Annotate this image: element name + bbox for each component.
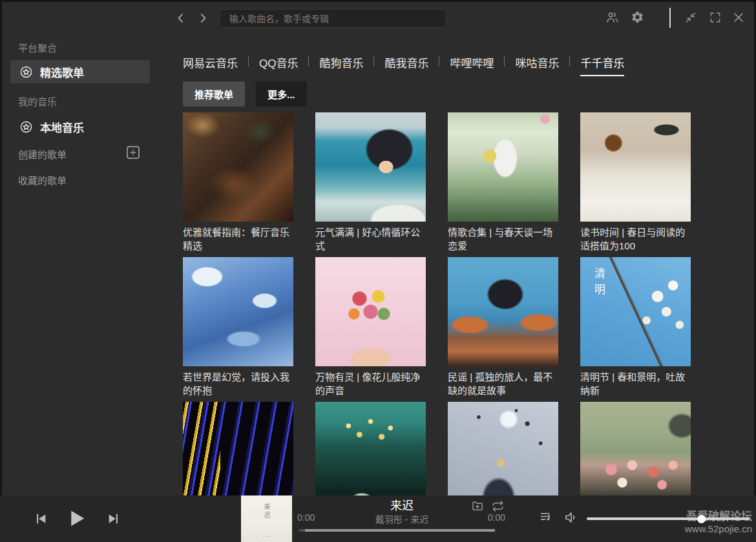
album-cover-dots: ··· xyxy=(262,533,271,539)
back-button[interactable] xyxy=(174,12,187,25)
volume-slider-knob[interactable] xyxy=(697,515,706,523)
plus-icon xyxy=(129,149,137,156)
topbar-divider xyxy=(669,8,671,28)
sidebar-section-platform: 平台聚合 xyxy=(18,41,57,54)
fullscreen-icon xyxy=(709,11,722,24)
recommended-playlists-button[interactable]: 推荐歌单 xyxy=(183,81,245,107)
playlist-card[interactable]: 读书时间 | 春日与阅读的适搭值为100 xyxy=(580,112,691,253)
playlist-cover-image[interactable] xyxy=(315,112,426,222)
playlist-card[interactable]: 优雅就餐指南：餐厅音乐精选 xyxy=(183,112,293,253)
add-to-folder-button[interactable] xyxy=(471,499,484,512)
sidebar-item-local-music[interactable]: 本地音乐 xyxy=(10,115,150,138)
sidebar-item-favorited-playlists[interactable]: 收藏的歌单 xyxy=(18,173,67,187)
tab-netease-music[interactable]: 网易云音乐 xyxy=(183,54,238,76)
add-playlist-button[interactable] xyxy=(127,146,140,159)
star-badge-icon xyxy=(19,120,33,134)
playlist-cover-image[interactable] xyxy=(448,402,558,495)
playlist-card[interactable]: 民谣 | 孤独的旅人，最不缺的就是故事 xyxy=(448,257,558,398)
playlist-cover-image[interactable] xyxy=(183,402,293,495)
playlist-cover-image[interactable] xyxy=(183,112,293,222)
song-title: 来迟 xyxy=(323,499,481,513)
album-cover-text: 来迟 xyxy=(262,503,271,520)
search-input[interactable] xyxy=(220,10,446,27)
playlist-cover-image[interactable] xyxy=(315,257,426,366)
close-button[interactable] xyxy=(732,11,746,25)
tab-kuwo-music[interactable]: 酷我音乐 xyxy=(384,54,428,76)
filter-row: 推荐歌单 更多... xyxy=(183,81,307,107)
playlist-cover-image[interactable] xyxy=(183,257,293,366)
search-box xyxy=(220,9,446,28)
playlist-grid: 优雅就餐指南：餐厅音乐精选 元气满满 | 好心情循环公式 情歌合集 | 与春天谈… xyxy=(183,112,739,495)
cover-text: 清明 xyxy=(591,267,607,300)
settings-button[interactable] xyxy=(631,10,645,25)
sidebar-section-my-music: 我的音乐 xyxy=(18,94,57,108)
album-art[interactable]: 来迟 ··· xyxy=(241,495,292,542)
playlist-cover-image[interactable]: 清明 xyxy=(580,257,691,366)
more-button[interactable]: 更多... xyxy=(256,81,307,107)
playlist-card[interactable] xyxy=(315,402,426,495)
repeat-icon xyxy=(491,499,505,513)
settings-gear-icon xyxy=(631,10,644,24)
playlist-card[interactable]: 清明 清明节 | 春和景明，吐故纳新 xyxy=(580,257,691,398)
playlist-cover-image[interactable] xyxy=(315,402,426,495)
folder-plus-icon xyxy=(471,499,484,512)
playlist-card[interactable] xyxy=(183,402,293,495)
main-content: 网易云音乐 QQ音乐 酷狗音乐 酷我音乐 哔哩哔哩 咪咕音乐 千千音乐 推荐歌单… xyxy=(162,36,754,495)
playlist-cover-image[interactable] xyxy=(448,112,558,222)
sidebar-item-created-playlists[interactable]: 创建的歌单 xyxy=(18,147,67,161)
playlist-card[interactable]: 万物有灵 | 像花儿般纯净的声音 xyxy=(315,257,426,398)
sidebar-item-label: 本地音乐 xyxy=(40,119,84,135)
playlist-title: 民谣 | 孤独的旅人，最不缺的就是故事 xyxy=(448,370,558,398)
fullscreen-button[interactable] xyxy=(709,11,723,25)
star-badge-icon xyxy=(19,65,33,79)
playlist-card[interactable] xyxy=(580,402,691,495)
tab-bilibili[interactable]: 哔哩哔哩 xyxy=(450,54,494,76)
tab-separator xyxy=(248,56,249,67)
tab-kugou-music[interactable]: 酷狗音乐 xyxy=(319,54,363,76)
elapsed-time: 0:00 xyxy=(297,512,315,523)
chevron-left-icon xyxy=(174,12,187,25)
tab-separator xyxy=(569,56,570,67)
watermark: 吾爱破解论坛 www.52pojie.cn xyxy=(685,510,752,535)
forward-button[interactable] xyxy=(196,12,209,25)
now-playing-info: 来迟 戴羽彤 - 来迟 xyxy=(323,495,481,525)
playlist-cover-image[interactable] xyxy=(448,257,558,366)
play-mode-button[interactable] xyxy=(491,499,505,513)
playlist-cover-image[interactable] xyxy=(580,402,691,495)
playlist-card[interactable]: 元气满满 | 好心情循环公式 xyxy=(315,112,426,253)
volume-slider[interactable] xyxy=(587,517,750,520)
song-artist: 戴羽彤 - 来迟 xyxy=(323,514,481,525)
chevron-right-icon xyxy=(196,12,209,25)
play-icon xyxy=(66,508,87,529)
playlist-title: 万物有灵 | 像花儿般纯净的声音 xyxy=(315,370,426,398)
users-icon xyxy=(605,10,620,25)
playlist-card[interactable]: 情歌合集 | 与春天谈一场恋爱 xyxy=(448,112,558,253)
progress-bar[interactable] xyxy=(299,529,495,532)
play-button[interactable] xyxy=(66,508,87,529)
tab-separator xyxy=(373,56,374,67)
playlist-title: 若世界是幻觉，请投入我的怀抱 xyxy=(183,370,293,398)
playlist-title: 情歌合集 | 与春天谈一场恋爱 xyxy=(448,225,558,253)
playlist-cover-image[interactable] xyxy=(580,112,691,222)
total-time: 0:00 xyxy=(463,512,505,523)
volume-icon xyxy=(563,510,579,525)
sidebar-item-featured-playlists[interactable]: 精选歌单 xyxy=(10,60,150,83)
progress-played xyxy=(299,529,305,532)
previous-track-button[interactable] xyxy=(34,512,48,526)
play-queue-button[interactable] xyxy=(539,510,553,524)
users-button[interactable] xyxy=(605,10,620,25)
tab-migu-music[interactable]: 咪咕音乐 xyxy=(515,54,559,76)
play-queue-icon xyxy=(539,510,553,524)
previous-track-icon xyxy=(34,512,48,526)
playlist-card[interactable] xyxy=(448,402,558,495)
tab-qianqian-music[interactable]: 千千音乐 xyxy=(580,54,624,76)
tab-qq-music[interactable]: QQ音乐 xyxy=(259,54,298,76)
playlist-card[interactable]: 若世界是幻觉，请投入我的怀抱 xyxy=(183,257,293,398)
platform-tabs: 网易云音乐 QQ音乐 酷狗音乐 酷我音乐 哔哩哔哩 咪咕音乐 千千音乐 xyxy=(183,54,624,76)
next-track-button[interactable] xyxy=(107,512,121,526)
collapse-window-icon xyxy=(684,11,697,24)
playlist-title: 清明节 | 春和景明，吐故纳新 xyxy=(580,370,691,398)
tab-separator xyxy=(308,56,309,67)
mini-player-button[interactable] xyxy=(684,11,698,25)
volume-button[interactable] xyxy=(563,510,579,525)
